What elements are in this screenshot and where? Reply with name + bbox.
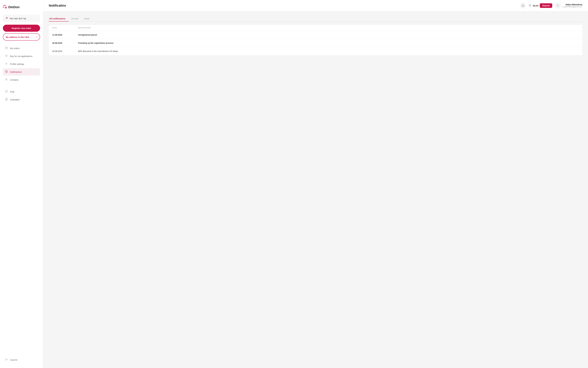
- sidebar-item-contacts-label: Contacts: [10, 79, 19, 81]
- sidebar-item-buy-for-me[interactable]: Buy for me applications: [3, 53, 40, 60]
- logo-text: DinDon: [8, 5, 19, 9]
- logout-button[interactable]: Log out: [3, 356, 40, 363]
- sidebar-item-buy-for-me-label: Buy for me applications: [10, 55, 32, 57]
- balance-area: $0,00 Deposit: [529, 3, 552, 8]
- sidebar-item-my-orders-label: My orders: [10, 47, 20, 49]
- dollar-icon: [529, 4, 531, 8]
- svg-point-17: [557, 5, 559, 6]
- notification-date: 11.09.2022: [52, 34, 78, 36]
- tab-unread[interactable]: Unread: [68, 16, 81, 21]
- notification-text: Finishing up the registration process: [78, 42, 579, 44]
- tab-read[interactable]: Read: [81, 16, 92, 21]
- user-name: Adiya Akhmetova: [562, 3, 582, 6]
- main-nav: My orders Buy for me applications Profil…: [3, 45, 40, 353]
- col-date-header: DATE: [52, 27, 78, 29]
- sidebar-item-contacts[interactable]: Contacts: [3, 76, 40, 83]
- user-icon: [5, 62, 8, 66]
- sidebar-item-profile[interactable]: Profile settings: [3, 60, 40, 68]
- sidebar: DinDon Your rate: $13 / kg Register new …: [0, 0, 43, 368]
- sidebar-item-faq-label: FAQ: [10, 91, 14, 93]
- svg-rect-2: [5, 47, 8, 49]
- tab-all-notifications[interactable]: All notifications: [49, 16, 68, 21]
- user-details: Adiya Akhmetova a_akhmetova@gmail.com: [562, 3, 582, 8]
- table-header: DATE NOTIFICATION: [49, 25, 582, 31]
- svg-point-10: [6, 99, 6, 100]
- svg-point-11: [6, 99, 7, 100]
- main-content: Notificatins $0,00 Deposit: [43, 0, 588, 368]
- sidebar-item-notifications[interactable]: Notifications: [3, 68, 40, 76]
- question-icon: [5, 90, 8, 93]
- notification-date: 30.08.2022: [52, 42, 78, 44]
- notification-tabs: All notifications Unread Read: [49, 16, 582, 21]
- bag-icon: [5, 54, 8, 58]
- sidebar-item-profile-label: Profile settings: [10, 63, 24, 65]
- svg-rect-9: [6, 99, 7, 99]
- notification-date: 26.08.2022: [52, 50, 78, 52]
- svg-point-15: [7, 100, 7, 100]
- notification-text: 80% discounts in the most famous US shop…: [78, 50, 579, 52]
- box-icon: [5, 46, 8, 50]
- logo-icon: [3, 5, 7, 9]
- user-email: a_akhmetova@gmail.com: [562, 6, 582, 8]
- notification-bell-button[interactable]: [520, 3, 526, 9]
- table-row[interactable]: 26.08.2022 80% discounts in the most fam…: [49, 47, 582, 55]
- svg-point-12: [7, 99, 7, 100]
- svg-point-4: [6, 63, 7, 64]
- chevron-right-icon: ›: [37, 36, 37, 38]
- address-button-label: My address in the USA: [6, 36, 29, 38]
- svg-point-13: [6, 100, 6, 100]
- deposit-button[interactable]: Deposit: [540, 3, 552, 8]
- rate-box: Your rate: $13 / kg: [3, 15, 40, 22]
- table-row[interactable]: 30.08.2022 Finishing up the registration…: [49, 39, 582, 47]
- svg-point-7: [6, 92, 7, 92]
- notifications-table: DATE NOTIFICATION 11.09.2022 Unregistere…: [49, 25, 582, 55]
- page-content: All notifications Unread Read DATE NOTIF…: [43, 11, 588, 368]
- svg-point-14: [6, 100, 7, 100]
- sidebar-item-notifications-label: Notifications: [10, 71, 22, 73]
- header: Notificatins $0,00 Deposit: [43, 0, 588, 11]
- logout-icon: [5, 358, 8, 361]
- star-icon: [5, 17, 8, 20]
- bell-icon: [5, 70, 8, 74]
- calculator-icon: [5, 98, 8, 101]
- user-avatar-button[interactable]: [555, 3, 561, 9]
- page-title: Notificatins: [49, 4, 66, 8]
- sidebar-item-calculator-label: Calculator: [10, 98, 20, 101]
- sidebar-item-my-orders[interactable]: My orders: [3, 45, 40, 52]
- sidebar-item-faq[interactable]: FAQ: [3, 88, 40, 95]
- table-row[interactable]: 11.09.2022 Unregistered parcel: [49, 31, 582, 39]
- col-notification-header: NOTIFICATION: [78, 27, 579, 29]
- register-order-button[interactable]: Register new order: [3, 25, 40, 32]
- rate-text: Your rate: $13 / kg: [9, 17, 26, 20]
- balance-amount: $0,00: [533, 4, 538, 7]
- logout-label: Log out: [10, 359, 17, 361]
- logo: DinDon: [3, 5, 40, 9]
- user-info: Adiya Akhmetova a_akhmetova@gmail.com: [555, 3, 582, 9]
- logout-section: Log out: [3, 353, 40, 363]
- contacts-icon: [5, 78, 8, 82]
- notification-text: Unregistered parcel: [78, 34, 579, 36]
- my-address-button[interactable]: My address in the USA ›: [3, 33, 40, 41]
- sidebar-item-calculator[interactable]: Calculator: [3, 96, 40, 103]
- header-actions: $0,00 Deposit Adiya Akhmetova a_akhmetov…: [520, 3, 582, 9]
